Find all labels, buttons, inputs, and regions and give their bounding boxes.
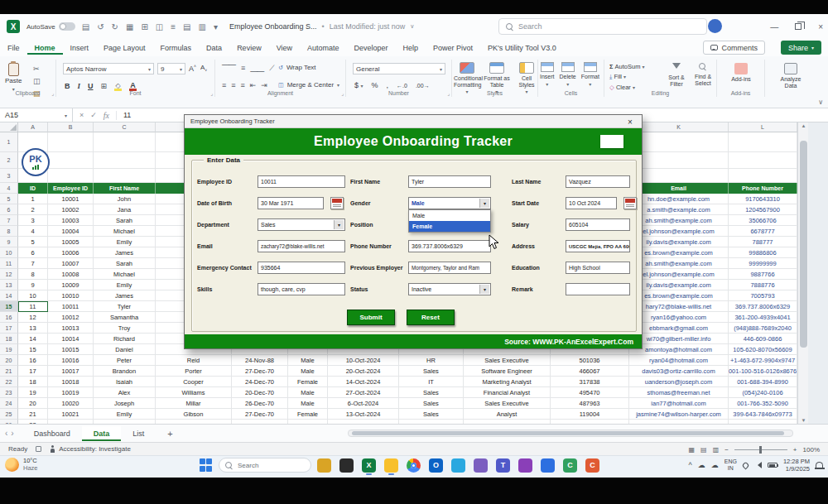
name-box[interactable]: A15 ▾ xyxy=(0,108,73,122)
cells-button-delete[interactable]: Delete▾ xyxy=(560,62,576,87)
comma-format-button[interactable]: , xyxy=(387,81,389,89)
grid-cell[interactable]: 10006 xyxy=(48,247,94,258)
grid-cell[interactable]: 24-Dec-70 xyxy=(232,377,288,387)
increase-decimal-button[interactable]: ←.0 xyxy=(397,83,407,89)
grid-cell[interactable] xyxy=(48,132,94,152)
grid-cell[interactable]: James xyxy=(94,247,156,258)
increase-font-icon[interactable]: A˄ xyxy=(189,64,196,73)
qat-dropdown-icon[interactable]: ▾ xyxy=(214,22,218,31)
collapse-ribbon-icon[interactable]: ∨ xyxy=(818,98,823,106)
grid-cell[interactable] xyxy=(629,132,729,152)
grid-cell[interactable]: ian77@hotmail.com xyxy=(629,398,729,409)
paste-button[interactable]: Paste ▾ xyxy=(5,63,22,92)
grid-cell[interactable]: ily.davis@example.com xyxy=(629,237,729,247)
c-green-app-icon[interactable]: C xyxy=(563,458,577,473)
grid-cell[interactable]: 13 xyxy=(18,323,48,334)
addins-button[interactable]: Add-ins xyxy=(727,63,755,83)
status-input[interactable]: Inactive▾ xyxy=(408,283,491,295)
grid-cell[interactable]: 10001 xyxy=(48,194,94,204)
grid-cell[interactable]: 361-200-4939x4041 xyxy=(729,312,797,323)
row-header-12[interactable]: 12 xyxy=(0,269,18,280)
tab-pk-s-utility-tool-v3-0[interactable]: PK's Utility Tool V3.0 xyxy=(480,41,564,55)
row-header-13[interactable]: 13 xyxy=(0,280,18,290)
user-avatar[interactable] xyxy=(708,19,722,33)
phone-input[interactable]: 369.737.8006x6329 xyxy=(408,240,491,252)
tab-power-pivot[interactable]: Power Pivot xyxy=(426,41,480,55)
grid-cell[interactable] xyxy=(629,169,729,183)
grid-cell[interactable]: 10019 xyxy=(48,387,94,398)
grid-cell[interactable]: Emily xyxy=(94,409,156,420)
share-button[interactable]: Share ▾ xyxy=(781,41,821,55)
grid-cell[interactable]: HR xyxy=(399,355,464,366)
grid-cell[interactable]: 11 xyxy=(18,301,48,312)
grid-cell[interactable]: (948)888-7689x2040 xyxy=(729,323,797,334)
page-break-view-icon[interactable]: ▥ xyxy=(713,446,720,454)
row-header-18[interactable]: 18 xyxy=(0,334,18,344)
row-header-3[interactable]: 3 xyxy=(0,169,18,183)
underline-button[interactable]: U xyxy=(88,82,94,90)
grid-cell[interactable]: 10011 xyxy=(48,301,94,312)
grid-cell[interactable]: Marketing Analyst xyxy=(464,377,551,387)
gender-option-female[interactable]: Female xyxy=(409,221,490,232)
dialog-close-button[interactable]: × xyxy=(619,115,642,128)
grid-cell[interactable]: 10010 xyxy=(48,290,94,301)
decrease-indent-icon[interactable]: ⇤ xyxy=(250,81,256,89)
fill-color-button[interactable]: ◇ xyxy=(114,82,122,91)
grid-cell[interactable]: +1-463-672-9904x9747 xyxy=(729,355,797,366)
outlook-icon[interactable]: O xyxy=(429,458,443,473)
merge-center-button[interactable]: ◫ Merge & Center ▾ xyxy=(278,81,339,89)
accessibility-status[interactable]: Accessibility: Investigate xyxy=(50,445,131,453)
table-header-cell[interactable]: First Name xyxy=(94,183,156,194)
grid-cell[interactable]: John xyxy=(94,194,156,204)
grid-cell[interactable]: Sales xyxy=(399,387,464,398)
row-header-10[interactable]: 10 xyxy=(0,247,18,258)
grid-cell[interactable]: Jana xyxy=(94,204,156,215)
grid-cell[interactable]: Male xyxy=(288,387,328,398)
sort-filter-button[interactable]: Sort & Filter xyxy=(664,63,689,87)
grid-cell[interactable]: 17 xyxy=(18,366,48,377)
horizontal-scroll-thumb[interactable] xyxy=(352,431,784,435)
grid-cell[interactable]: Female xyxy=(288,409,328,420)
grid-cell[interactable]: 9887766 xyxy=(729,269,797,280)
row-header-2[interactable]: 2 xyxy=(0,152,18,169)
grid-cell[interactable]: 99999999 xyxy=(729,258,797,269)
grid-cell[interactable]: Reid xyxy=(156,355,232,366)
add-sheet-button[interactable]: + xyxy=(167,429,172,439)
grid-cell[interactable]: 14 xyxy=(18,334,48,344)
grid-icon[interactable]: ▦ xyxy=(126,22,133,31)
grid-cell[interactable]: Financial Analyst xyxy=(464,387,551,398)
tab-formulas[interactable]: Formulas xyxy=(153,41,200,55)
grid-cell[interactable]: el.johnson@example.com xyxy=(629,269,729,280)
grid-cell[interactable]: ryan04@hotmail.com xyxy=(629,355,729,366)
grid-cell[interactable]: 24-Nov-88 xyxy=(232,355,288,366)
gender-option-male[interactable]: Male xyxy=(409,210,490,221)
excel-logo-icon[interactable]: X xyxy=(7,20,20,33)
tab-review[interactable]: Review xyxy=(229,41,269,55)
email-input[interactable]: zachary72@blake-willis.net xyxy=(258,240,345,252)
align-left-icon[interactable]: ≡ xyxy=(222,81,225,89)
grid-cell[interactable]: Sarah xyxy=(94,215,156,226)
font-size-select[interactable]: 9 ▾ xyxy=(157,63,185,74)
vertical-scrollbar[interactable]: ▲ ▼ xyxy=(797,122,808,424)
decrease-font-icon[interactable]: A˅ xyxy=(200,64,207,73)
language-indicator[interactable]: ENGIN xyxy=(724,458,737,471)
grid-cell[interactable]: 5 xyxy=(18,237,48,247)
grid-cell[interactable]: Peter xyxy=(94,355,156,366)
bold-button[interactable]: B xyxy=(65,82,70,90)
row-header-23[interactable]: 23 xyxy=(0,387,18,398)
formula-input[interactable]: 11 xyxy=(117,111,131,119)
grid-cell[interactable]: 7888776 xyxy=(729,280,797,290)
grid-cell[interactable]: 6678777 xyxy=(729,226,797,237)
grid-cell[interactable]: ily.davis@example.com xyxy=(629,280,729,290)
grid-cell[interactable]: 466067 xyxy=(551,366,629,377)
battery-icon[interactable] xyxy=(768,463,777,468)
dob-input[interactable]: 30 Mar 1971 xyxy=(258,197,324,209)
panel-icon[interactable]: ◫ xyxy=(156,22,163,31)
grid-cell[interactable]: 16 xyxy=(18,355,48,366)
grid-cell[interactable]: Software Engineer xyxy=(464,366,551,377)
grid-cell[interactable]: 105-620-8070x56609 xyxy=(729,344,797,355)
grid-cell[interactable]: Joseph xyxy=(94,398,156,409)
page-layout-view-icon[interactable]: ▤ xyxy=(700,446,707,454)
tab-developer[interactable]: Developer xyxy=(347,41,396,55)
sheet-nav-arrows[interactable]: ‹› xyxy=(0,429,22,438)
